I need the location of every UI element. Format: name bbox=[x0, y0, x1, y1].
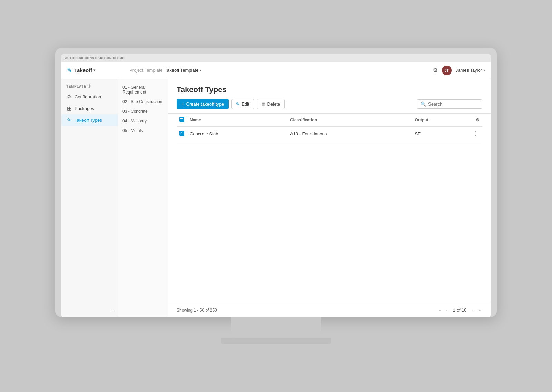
select-all-header[interactable] bbox=[177, 114, 187, 127]
row-output-cell: SF bbox=[412, 127, 469, 141]
top-bar: ✎ Takeoff ▾ Project Template Takeoff Tem… bbox=[61, 62, 491, 79]
table-area: Name Classification Output ⚙ bbox=[168, 114, 491, 303]
settings-icon[interactable]: ⚙ bbox=[433, 67, 438, 74]
breadcrumb-label: Project Template bbox=[129, 68, 163, 73]
sidebar-label-configuration: Configuration bbox=[75, 94, 101, 99]
row-menu-button[interactable]: ⋮ bbox=[471, 130, 480, 138]
sidebar-item-takeoff-types[interactable]: ✎ Takeoff Types bbox=[61, 114, 118, 126]
packages-sidebar: 01 - General Requirement 02 - Site Const… bbox=[118, 79, 168, 317]
takeoff-types-icon: ✎ bbox=[66, 117, 72, 123]
app-chevron-icon[interactable]: ▾ bbox=[93, 68, 95, 72]
user-name-display[interactable]: James Taylor ▾ bbox=[456, 68, 485, 73]
row-classification-cell: A10 - Foundations bbox=[287, 127, 412, 141]
first-page-button[interactable]: « bbox=[437, 306, 443, 314]
edit-button[interactable]: ✎ Edit bbox=[231, 99, 254, 109]
list-item[interactable]: 02 - Site Construction bbox=[118, 97, 168, 107]
app-logo-area: ✎ Takeoff ▾ bbox=[67, 62, 124, 79]
data-table: Name Classification Output ⚙ bbox=[177, 114, 482, 141]
breadcrumb-template-name[interactable]: Takeoff Template ▾ bbox=[165, 68, 202, 73]
app-name[interactable]: Takeoff ▾ bbox=[74, 67, 95, 73]
name-column-header: Name bbox=[187, 114, 287, 127]
content-header: Takeoff Types bbox=[168, 79, 491, 99]
sidebar-label-packages: Packages bbox=[75, 106, 94, 111]
search-icon: 🔍 bbox=[421, 101, 426, 107]
page-info: 1 of 10 bbox=[451, 307, 469, 313]
toolbar: + Create takeoff type ✎ Edit 🗑 Delete bbox=[168, 99, 491, 114]
takeoff-icon: ✎ bbox=[67, 67, 72, 74]
delete-button[interactable]: 🗑 Delete bbox=[257, 99, 285, 109]
list-item[interactable]: 01 - General Requirement bbox=[118, 82, 168, 97]
row-checkbox-cell[interactable] bbox=[177, 127, 187, 141]
list-item[interactable]: 03 - Concrete bbox=[118, 107, 168, 116]
showing-text: Showing 1 - 50 of 250 bbox=[177, 308, 217, 313]
edit-icon: ✎ bbox=[236, 101, 240, 107]
column-settings-icon[interactable]: ⚙ bbox=[469, 114, 482, 127]
user-chevron-icon[interactable]: ▾ bbox=[483, 68, 485, 72]
page-title: Takeoff Types bbox=[177, 85, 482, 94]
last-page-button[interactable]: » bbox=[476, 306, 482, 314]
pagination: « ‹ 1 of 10 › » bbox=[437, 306, 482, 314]
sidebar-item-packages[interactable]: ▦ Packages bbox=[61, 102, 118, 114]
row-checkbox[interactable] bbox=[179, 131, 184, 136]
output-column-header: Output bbox=[412, 114, 469, 127]
main-content: Takeoff Types + Create takeoff type ✎ Ed… bbox=[168, 79, 491, 317]
configuration-icon: ⚙ bbox=[66, 94, 72, 99]
breadcrumb: Project Template Takeoff Template ▾ bbox=[124, 68, 433, 73]
sidebar: TEMPLATE ⓘ ⚙ Configuration ▦ Packages bbox=[61, 79, 118, 317]
search-input[interactable] bbox=[428, 101, 479, 107]
row-menu-cell[interactable]: ⋮ bbox=[469, 127, 482, 141]
table-footer: Showing 1 - 50 of 250 « ‹ 1 of 10 › » bbox=[168, 303, 491, 317]
list-item[interactable]: 05 - Metals bbox=[118, 126, 168, 136]
row-name-cell: Concrete Slab bbox=[187, 127, 287, 141]
table-row: Concrete Slab A10 - Foundations SF ⋮ bbox=[177, 127, 482, 141]
next-page-button[interactable]: › bbox=[470, 306, 475, 314]
avatar[interactable]: JT bbox=[442, 66, 452, 75]
classification-column-header: Classification bbox=[287, 114, 412, 127]
breadcrumb-chevron-icon[interactable]: ▾ bbox=[200, 68, 201, 72]
sidebar-collapse-button[interactable]: ← bbox=[110, 307, 115, 312]
info-icon[interactable]: ⓘ bbox=[88, 84, 91, 89]
prev-page-button[interactable]: ‹ bbox=[444, 306, 449, 314]
sidebar-item-configuration[interactable]: ⚙ Configuration bbox=[61, 91, 118, 102]
sidebar-label-takeoff-types: Takeoff Types bbox=[75, 118, 102, 123]
sidebar-section-label: TEMPLATE ⓘ bbox=[61, 79, 118, 91]
packages-icon: ▦ bbox=[66, 106, 72, 111]
select-all-checkbox[interactable] bbox=[179, 117, 184, 122]
top-bar-right: ⚙ JT James Taylor ▾ bbox=[433, 66, 485, 75]
delete-icon: 🗑 bbox=[261, 101, 266, 107]
plus-icon: + bbox=[181, 101, 184, 107]
create-takeoff-type-button[interactable]: + Create takeoff type bbox=[177, 99, 229, 109]
autodesk-logo: AUTODESK CONSTRUCTION CLOUD bbox=[65, 56, 125, 60]
list-item[interactable]: 04 - Masonry bbox=[118, 116, 168, 126]
search-box[interactable]: 🔍 bbox=[417, 99, 482, 109]
